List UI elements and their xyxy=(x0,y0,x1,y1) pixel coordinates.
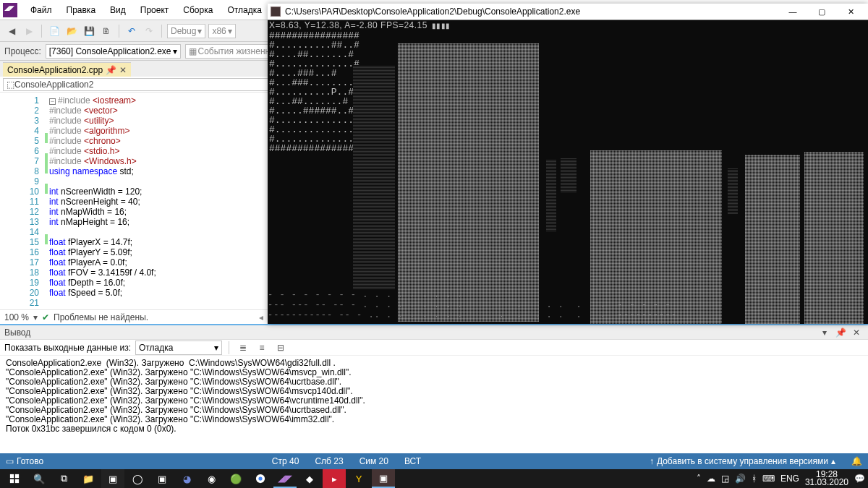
platform-combo[interactable]: x86▾ xyxy=(208,24,235,38)
toggle-wrap-icon[interactable]: ≡ xyxy=(255,341,269,355)
windows-activation-watermark: Активация Windows Чтобы активировать Win… xyxy=(684,440,858,449)
explorer-icon[interactable]: 📁 xyxy=(77,469,100,488)
superposition-icon[interactable]: ◆ xyxy=(298,469,321,488)
task-view-icon[interactable]: ⧉ xyxy=(52,469,75,488)
notifications-tray-icon[interactable]: 💬 xyxy=(854,474,865,484)
windows-taskbar: 🔍 ⧉ 📁 ▣ ◯ ▣ ◕ ◉ 🟢 ◢◤ ◆ ▸ Y ▣ ˄ ☁ ◲ 🔊 ᚼ ⌨… xyxy=(0,469,868,488)
svg-rect-1 xyxy=(15,474,19,478)
menu-Файл[interactable]: Файл xyxy=(23,2,59,18)
menu-Вид[interactable]: Вид xyxy=(103,2,133,18)
console-app-icon[interactable]: ▣ xyxy=(372,469,395,488)
editor-status-bar: 100 % ▾ ✔ Проблемы не найдены. ◂ xyxy=(0,309,268,324)
menu-Отладка[interactable]: Отладка xyxy=(220,2,268,18)
vs-logo-icon xyxy=(3,3,17,17)
output-body[interactable]: ConsoleApplication2.exe (Win32). Загруже… xyxy=(0,356,868,453)
steam-icon[interactable]: ◉ xyxy=(200,469,223,488)
sound-icon[interactable]: 🔊 xyxy=(735,474,746,484)
status-line: Стр 40 xyxy=(272,456,299,466)
console-title-text: C:\Users\РАЯ\Desktop\ConsoleApplication2… xyxy=(285,7,580,17)
output-src-combo[interactable]: Отладка▾ xyxy=(135,341,222,355)
console-body: X=8.63, Y=12.38, A=-2.80 FPS=24.15▮▮▮▮ #… xyxy=(268,20,868,324)
onedrive-icon[interactable]: ☁ xyxy=(707,474,715,484)
raycast-scene: - - - - - - - - . . . . . . . . . --- --… xyxy=(268,36,868,322)
document-tab[interactable]: ConsoleApplication2.cpp 📌 ✕ xyxy=(3,62,131,77)
svg-rect-3 xyxy=(15,479,19,483)
clock[interactable]: 19:2831.03.2020 xyxy=(805,471,848,487)
yandex-icon[interactable]: Y xyxy=(347,469,370,488)
keyboard-icon[interactable]: ⌨ xyxy=(762,474,775,484)
open-icon[interactable]: 📂 xyxy=(64,24,79,38)
visual-studio-icon[interactable]: ◢◤ xyxy=(273,469,297,488)
wifi-icon[interactable]: ◲ xyxy=(721,474,729,484)
save-all-icon[interactable]: 🗎 xyxy=(99,24,114,38)
panel-pin-icon[interactable]: 📌 xyxy=(833,325,848,340)
svg-rect-2 xyxy=(10,479,14,483)
config-combo[interactable]: Debug▾ xyxy=(167,24,205,38)
ready-indicator: ▭ Готово xyxy=(6,456,43,466)
redo-icon[interactable]: ↷ xyxy=(142,24,156,38)
console-icon xyxy=(271,7,281,17)
status-col: Слб 23 xyxy=(315,456,343,466)
search-icon[interactable]: 🔍 xyxy=(27,469,51,488)
output-panel: Вывод ▾ 📌 ✕ Показать выходные данные из:… xyxy=(0,324,868,453)
status-ins: ВСТ xyxy=(404,456,421,466)
save-icon[interactable]: 💾 xyxy=(82,24,96,38)
output-toolbar: Показать выходные данные из: Отладка▾ ≣ … xyxy=(0,340,868,356)
output-src-label: Показать выходные данные из: xyxy=(4,343,131,353)
obs-icon[interactable]: ◯ xyxy=(126,469,149,488)
system-tray[interactable]: ˄ ☁ ◲ 🔊 ᚼ ⌨ ENG 19:2831.03.2020 💬 xyxy=(697,471,865,487)
menu-Сборка[interactable]: Сборка xyxy=(176,2,220,18)
discord-icon[interactable]: ◕ xyxy=(175,469,198,488)
code-body[interactable]: −#include <iostream>#include <vector>#in… xyxy=(49,93,268,309)
clear-output-icon[interactable]: ≣ xyxy=(236,341,250,355)
windows-terminal-icon[interactable]: ▣ xyxy=(150,469,174,488)
output-title-bar: Вывод ▾ 📌 ✕ xyxy=(0,325,868,340)
status-ch: Сим 20 xyxy=(359,456,388,466)
line-gutter: 12345678910111213141516171819202122 xyxy=(0,93,43,309)
pin-icon[interactable]: 📌 xyxy=(106,65,116,75)
ok-icon: ✔ xyxy=(42,312,49,322)
process-label: Процесс: xyxy=(4,46,41,56)
change-marks xyxy=(43,93,49,309)
app-red-icon[interactable]: ▸ xyxy=(323,469,346,488)
console-title-bar[interactable]: C:\Users\РАЯ\Desktop\ConsoleApplication2… xyxy=(268,4,868,20)
terminal-icon[interactable]: ▣ xyxy=(101,469,124,488)
panel-dropdown-icon[interactable]: ▾ xyxy=(817,325,832,340)
svg-rect-0 xyxy=(10,474,14,478)
process-combo[interactable]: [7360] ConsoleApplication2.exe▾ xyxy=(46,44,181,59)
tray-up-icon[interactable]: ˄ xyxy=(697,474,701,484)
minimize-button[interactable]: — xyxy=(778,4,807,20)
notifications-icon[interactable]: 🔔 xyxy=(851,456,862,466)
language-indicator[interactable]: ENG xyxy=(780,474,799,484)
tab-label: ConsoleApplication2.cpp xyxy=(7,65,103,75)
panel-close-icon[interactable]: ✕ xyxy=(849,325,864,340)
code-editor[interactable]: 12345678910111213141516171819202122 −#in… xyxy=(0,93,268,309)
nav-fwd-icon[interactable]: ▶ xyxy=(22,24,36,38)
edge-icon[interactable]: 🟢 xyxy=(224,469,247,488)
console-info-line: X=8.63, Y=12.38, A=-2.80 FPS=24.15 xyxy=(269,20,427,30)
output-title: Вывод xyxy=(4,328,30,338)
vs-status-bar: ▭ Готово Стр 40 Слб 23 Сим 20 ВСТ ↑ Доба… xyxy=(0,453,868,469)
console-window: C:\Users\РАЯ\Desktop\ConsoleApplication2… xyxy=(268,4,868,324)
new-file-icon[interactable]: 📄 xyxy=(47,24,61,38)
problems-text: Проблемы не найдены. xyxy=(54,312,148,322)
start-button[interactable] xyxy=(3,469,26,488)
tab-close-icon[interactable]: ✕ xyxy=(119,65,127,75)
output-opt-icon[interactable]: ⊟ xyxy=(273,341,288,355)
maximize-button[interactable]: ▢ xyxy=(807,4,836,20)
vcs-add-button[interactable]: ↑ Добавить в систему управления версиями… xyxy=(650,456,835,466)
zoom-level[interactable]: 100 % xyxy=(4,312,29,322)
bluetooth-icon[interactable]: ᚼ xyxy=(752,474,757,484)
nav-back-icon[interactable]: ◀ xyxy=(4,24,19,38)
close-button[interactable]: ✕ xyxy=(836,4,865,20)
chrome-icon[interactable] xyxy=(249,469,272,488)
menu-Проект[interactable]: Проект xyxy=(133,2,176,18)
svg-point-5 xyxy=(258,476,262,480)
menu-Правка[interactable]: Правка xyxy=(59,2,103,18)
undo-icon[interactable]: ↶ xyxy=(124,24,139,38)
